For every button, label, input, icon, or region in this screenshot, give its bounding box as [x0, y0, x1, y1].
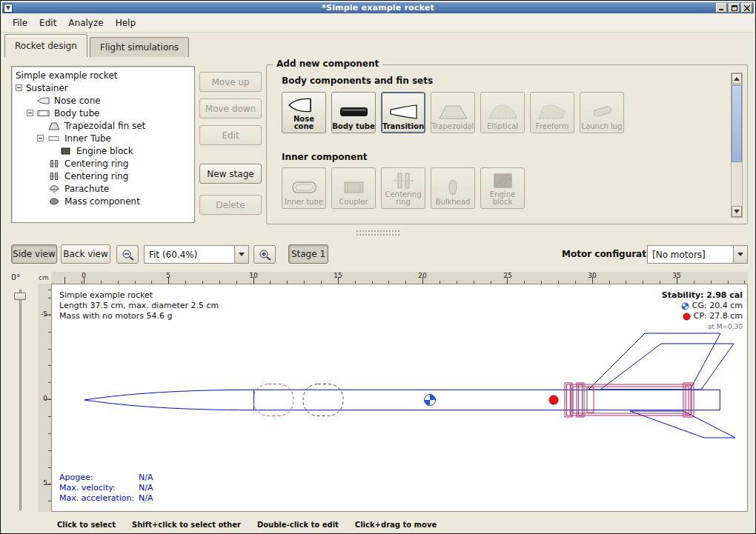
- add-freeform-fin-button[interactable]: Freeform: [530, 92, 574, 133]
- collapse-icon[interactable]: [37, 135, 44, 141]
- edit-button[interactable]: Edit: [199, 125, 262, 145]
- combo-arrow-button[interactable]: [234, 246, 248, 263]
- nose-cone-icon: [288, 96, 320, 114]
- fin-lower-outline: [630, 411, 735, 438]
- move-down-button[interactable]: Move down: [199, 99, 262, 119]
- add-body-tube-button[interactable]: Body tube: [331, 92, 376, 133]
- maximize-icon: [732, 5, 737, 11]
- app-icon[interactable]: [4, 4, 13, 13]
- engine-block-icon: [486, 171, 519, 190]
- delete-button[interactable]: Delete: [199, 195, 262, 215]
- tree-item-nose-cone[interactable]: Nose cone: [12, 94, 194, 107]
- menu-edit[interactable]: Edit: [33, 15, 62, 31]
- tree-item-label: Centering ring: [64, 158, 128, 169]
- menu-analyze[interactable]: Analyze: [62, 15, 109, 31]
- menu-help[interactable]: Help: [110, 15, 142, 31]
- minimize-button[interactable]: [716, 3, 727, 13]
- maximize-button[interactable]: [729, 3, 740, 13]
- centering-ring-icon: [47, 159, 61, 168]
- title-bar[interactable]: *Simple example rocket: [2, 2, 754, 13]
- tab-rocket-design[interactable]: Rocket design: [4, 34, 87, 57]
- menu-bar: File Edit Analyze Help: [2, 14, 754, 33]
- add-elliptical-fin-button[interactable]: Elliptical: [480, 92, 525, 133]
- tree-item-rocket[interactable]: Simple example rocket: [12, 69, 194, 81]
- main-tabs: Rocket design Flight simulations: [4, 34, 752, 57]
- app-window: *Simple example rocket File Edit Analyze…: [0, 0, 756, 534]
- tree-item-mass-component[interactable]: Mass component: [12, 195, 194, 207]
- rocket-view-canvas[interactable]: Simple example rocket Length 37.5 cm, ma…: [51, 284, 748, 512]
- tree-item-label: Engine block: [76, 146, 133, 156]
- tree-item-label: Trapezoidal fin set: [64, 121, 145, 131]
- back-view-button[interactable]: Back view: [61, 244, 110, 264]
- add-centering-ring-button[interactable]: Centering ring: [381, 167, 425, 209]
- inner-tube-icon: [288, 178, 320, 197]
- add-bulkhead-button[interactable]: Bulkhead: [431, 167, 475, 209]
- max-acceleration-value: N/A: [139, 493, 153, 503]
- rotation-slider-handle[interactable]: [14, 293, 26, 300]
- tree-item-label: Body tube: [54, 108, 99, 119]
- inner-tube-icon: [47, 134, 61, 143]
- rocket-name: Simple example rocket: [59, 290, 219, 301]
- tree-item-label: Mass component: [64, 196, 140, 207]
- tab-flight-simulations[interactable]: Flight simulations: [90, 37, 189, 57]
- scrollbar-up-button[interactable]: [732, 73, 742, 84]
- app-logo-icon: [5, 5, 11, 11]
- cp-value: CP: 27.8 cm: [694, 311, 743, 321]
- cg-icon: [681, 302, 689, 310]
- combo-arrow-button[interactable]: [733, 246, 747, 263]
- add-nose-cone-button[interactable]: Nose cone: [282, 92, 326, 133]
- flight-info: Apogee:N/A Max. velocity:N/A Max. accele…: [59, 473, 153, 504]
- max-velocity-label: Max. velocity:: [59, 483, 139, 493]
- freeform-fin-icon: [536, 102, 568, 121]
- mach-note: at M=0.30: [662, 321, 743, 332]
- tree-item-label: Parachute: [64, 184, 109, 194]
- collapse-icon[interactable]: [27, 110, 33, 116]
- component-panel-scrollbar[interactable]: [731, 73, 743, 218]
- collapse-icon[interactable]: [16, 84, 22, 91]
- rocket-info: Simple example rocket Length 37.5 cm, ma…: [59, 290, 219, 321]
- tree-item-fin-set[interactable]: Trapezoidal fin set: [12, 119, 194, 132]
- split-pane-divider[interactable]: [1, 227, 755, 238]
- body-tube-icon: [37, 109, 50, 118]
- cg-marker: [425, 395, 436, 406]
- add-transition-button[interactable]: Transition: [381, 92, 425, 133]
- status-bar: Click to select Shift+click to select ot…: [2, 518, 754, 531]
- close-button[interactable]: [741, 3, 752, 13]
- tree-item-body-tube[interactable]: Body tube: [12, 107, 194, 119]
- window-title: *Simple example rocket: [2, 3, 754, 13]
- add-component-panel: Add new component Body components and fi…: [266, 64, 748, 224]
- scrollbar-thumb[interactable]: [732, 85, 742, 162]
- tree-item-engine-block[interactable]: Engine block: [12, 144, 194, 157]
- add-trapezoidal-fin-button[interactable]: Trapezoidal: [431, 92, 475, 133]
- transition-icon: [387, 102, 420, 121]
- zoom-out-button[interactable]: [116, 245, 139, 264]
- stage-1-toggle[interactable]: Stage 1: [288, 244, 328, 264]
- zoom-select[interactable]: Fit (60.4%): [144, 245, 249, 264]
- add-coupler-button[interactable]: Coupler: [331, 167, 376, 209]
- body-components-label: Body components and fin sets: [282, 76, 433, 86]
- move-up-button[interactable]: Move up: [199, 72, 262, 92]
- tree-item-parachute[interactable]: Parachute: [12, 182, 194, 195]
- motor-configuration-select[interactable]: [No motors]: [647, 245, 748, 264]
- ruler-ticks: [44, 284, 51, 512]
- rotation-slider[interactable]: [19, 290, 21, 510]
- add-launch-lug-button[interactable]: Launch lug: [580, 92, 624, 133]
- tree-item-sustainer[interactable]: Sustainer: [12, 81, 194, 94]
- new-stage-button[interactable]: New stage: [199, 164, 262, 184]
- tree-item-centering-ring-1[interactable]: Centering ring: [12, 157, 194, 170]
- tree-item-label: Inner Tube: [64, 133, 111, 144]
- component-tree: Simple example rocket Sustainer Nose con…: [11, 66, 195, 223]
- mass-component-icon: [47, 197, 61, 206]
- add-engine-block-button[interactable]: Engine block: [480, 167, 525, 209]
- scrollbar-down-button[interactable]: [732, 206, 742, 217]
- fin-front-outline: [588, 333, 720, 390]
- side-view-button[interactable]: Side view: [11, 244, 57, 264]
- menu-file[interactable]: File: [7, 15, 33, 31]
- arrow-up-icon: [734, 77, 740, 81]
- bulkhead-icon: [437, 178, 469, 197]
- tree-item-centering-ring-2[interactable]: Centering ring: [12, 170, 194, 182]
- zoom-in-button[interactable]: [253, 245, 276, 264]
- add-inner-tube-button[interactable]: Inner tube: [282, 167, 326, 209]
- tree-item-inner-tube[interactable]: Inner Tube: [12, 132, 194, 144]
- zoom-in-icon: [259, 249, 271, 261]
